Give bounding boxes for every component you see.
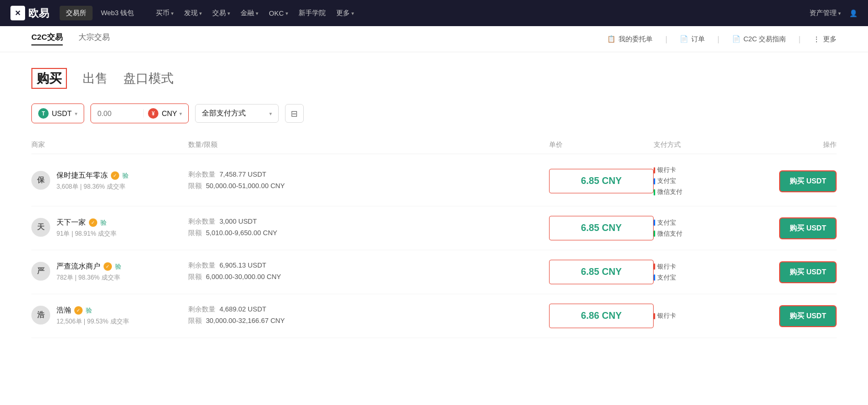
my-orders-action[interactable]: 📋 我的委托单 xyxy=(607,34,653,44)
payment-label: 银行卡 xyxy=(657,166,676,175)
payment-tag: 银行卡 xyxy=(654,311,758,320)
col-qty: 数量/限额 xyxy=(188,140,549,149)
merchant-stats: 782单 | 98.36% 成交率 xyxy=(56,273,121,282)
nav-more[interactable]: 更多 ▾ xyxy=(336,8,354,18)
tab-block-trade[interactable]: 大宗交易 xyxy=(78,32,110,45)
tab-web3[interactable]: Web3 钱包 xyxy=(95,6,140,20)
cny-icon: ¥ xyxy=(148,108,158,119)
verified-badge: ✓ xyxy=(89,218,97,227)
qty-limit: 限额 50,000.00-51,000.00 CNY xyxy=(188,181,549,191)
merchant-info: 保时捷五年零冻 ✓ 验 3,608单 | 98.36% 成交率 xyxy=(56,171,129,191)
merchant-cell: 保 保时捷五年零冻 ✓ 验 3,608单 | 98.36% 成交率 xyxy=(31,171,188,191)
currency-label: CNY xyxy=(162,109,177,118)
payment-tag: 银行卡 xyxy=(654,166,758,175)
amount-input[interactable] xyxy=(97,109,139,118)
col-price: 单价 xyxy=(549,140,654,149)
nav-academy[interactable]: 新手学院 xyxy=(299,8,326,18)
buy-button[interactable]: 购买 USDT xyxy=(779,305,837,327)
tab-orderbook[interactable]: 盘口模式 xyxy=(123,70,174,87)
usdt-icon: T xyxy=(38,108,49,119)
payment-label: 银行卡 xyxy=(657,262,676,271)
merchant-cell: 天 天下一家 ✓ 验 91单 | 98.91% 成交率 xyxy=(31,218,188,238)
buy-button[interactable]: 购买 USDT xyxy=(779,170,837,192)
col-payment: 支付方式 xyxy=(654,140,758,149)
buy-button[interactable]: 购买 USDT xyxy=(779,217,837,239)
nav-menu: 买币 ▾ 发现 ▾ 交易 ▾ 金融 ▾ OKC ▾ 新手学院 更多 ▾ xyxy=(156,8,353,18)
payment-cell: 银行卡 支付宝 xyxy=(654,262,758,282)
price-cell: 6.85 CNY xyxy=(549,260,654,284)
table-row: 保 保时捷五年零冻 ✓ 验 3,608单 | 98.36% 成交率 剩余数量 7… xyxy=(31,156,837,206)
nav-tabs-top: 交易所 Web3 钱包 xyxy=(60,6,140,20)
guide-icon: 📄 xyxy=(732,35,740,43)
merchant-name: 严查流水商户 ✓ 验 xyxy=(56,262,121,271)
payment-label: 全部支付方式 xyxy=(202,109,246,118)
merchant-info: 天下一家 ✓ 验 91单 | 98.91% 成交率 xyxy=(56,218,117,238)
qty-remaining: 剩余数量 7,458.77 USDT xyxy=(188,170,549,179)
nav-okc[interactable]: OKC ▾ xyxy=(269,8,288,18)
payment-label: 支付宝 xyxy=(657,218,676,227)
action-cell: 购买 USDT xyxy=(758,217,837,239)
payment-tag: 微信支付 xyxy=(654,188,758,196)
col-action: 操作 xyxy=(758,140,837,149)
verified-badge: ✓ xyxy=(74,306,83,315)
qty-limit: 限额 5,010.00-9,650.00 CNY xyxy=(188,228,549,238)
chevron-down-icon: ▾ xyxy=(256,10,258,16)
payment-cell: 银行卡 xyxy=(654,311,758,320)
chevron-down-icon: ▾ xyxy=(171,10,174,16)
merchant-info: 浩瀚 ✓ 验 12,506单 | 99.53% 成交率 xyxy=(56,306,129,326)
asset-management[interactable]: 资产管理 ▾ xyxy=(809,8,841,18)
price-value: 6.85 CNY xyxy=(549,169,654,193)
chevron-down-icon: ▾ xyxy=(227,10,230,16)
qty-remaining: 剩余数量 3,000 USDT xyxy=(188,217,549,226)
chevron-down-icon: ▾ xyxy=(838,10,841,16)
payment-selector[interactable]: 全部支付方式 ▾ xyxy=(195,104,279,123)
payment-bar-icon xyxy=(654,230,655,237)
logo-text: 欧易 xyxy=(28,6,49,20)
coin-label: USDT xyxy=(52,109,72,118)
price-cell: 6.85 CNY xyxy=(549,169,654,193)
nav-buy[interactable]: 买币 ▾ xyxy=(156,8,174,18)
avatar: 保 xyxy=(31,171,50,190)
tab-c2c[interactable]: C2C交易 xyxy=(31,32,63,45)
payment-bar-icon xyxy=(654,219,655,226)
tab-buy[interactable]: 购买 xyxy=(31,68,67,89)
tab-exchange[interactable]: 交易所 xyxy=(60,6,93,20)
payment-bar-icon xyxy=(654,167,655,173)
sub-navigation: C2C交易 大宗交易 📋 我的委托单 | 📄 订单 | 📄 C2C 交易指南 |… xyxy=(0,26,868,52)
logo[interactable]: ✕ 欧易 xyxy=(10,6,49,20)
guide-action[interactable]: 📄 C2C 交易指南 xyxy=(732,34,786,44)
qty-cell: 剩余数量 4,689.02 USDT 限额 30,000.00-32,166.6… xyxy=(188,305,549,328)
price-value: 6.85 CNY xyxy=(549,216,654,240)
merchant-name: 浩瀚 ✓ 验 xyxy=(56,306,129,315)
table-row: 严 严查流水商户 ✓ 验 782单 | 98.36% 成交率 剩余数量 6,90… xyxy=(31,250,837,294)
amount-input-wrap: ¥ CNY ▾ xyxy=(90,103,189,123)
merchant-cell: 浩 浩瀚 ✓ 验 12,506单 | 99.53% 成交率 xyxy=(31,306,188,326)
buy-button[interactable]: 购买 USDT xyxy=(779,261,837,283)
divider xyxy=(143,109,144,118)
more-icon: ⋮ xyxy=(813,35,820,43)
merchant-stats: 3,608单 | 98.36% 成交率 xyxy=(56,182,129,191)
merchant-name: 天下一家 ✓ 验 xyxy=(56,218,117,227)
payment-label: 支付宝 xyxy=(657,177,676,186)
chevron-down-icon: ▾ xyxy=(199,10,202,16)
avatar: 浩 xyxy=(31,306,50,325)
order-action[interactable]: 📄 订单 xyxy=(680,34,705,44)
order-icon: 📄 xyxy=(680,35,688,43)
nav-discover[interactable]: 发现 ▾ xyxy=(184,8,202,18)
action-cell: 购买 USDT xyxy=(758,170,837,192)
filter-icon: ⊟ xyxy=(291,109,298,119)
payment-tag: 支付宝 xyxy=(654,273,758,282)
payment-label: 支付宝 xyxy=(657,273,676,282)
qty-limit: 限额 30,000.00-32,166.67 CNY xyxy=(188,316,549,326)
tab-sell[interactable]: 出售 xyxy=(83,70,108,87)
user-profile[interactable]: 👤 xyxy=(849,9,858,17)
nav-finance[interactable]: 金融 ▾ xyxy=(241,8,258,18)
filter-button[interactable]: ⊟ xyxy=(285,104,304,123)
nav-trade[interactable]: 交易 ▾ xyxy=(212,8,230,18)
verified-label: 验 xyxy=(100,218,107,227)
coin-selector[interactable]: T USDT ▾ xyxy=(31,103,84,123)
verified-label: 验 xyxy=(122,171,129,180)
more-action[interactable]: ⋮ 更多 xyxy=(813,34,837,44)
payment-label: 银行卡 xyxy=(657,311,676,320)
avatar: 严 xyxy=(31,262,50,281)
